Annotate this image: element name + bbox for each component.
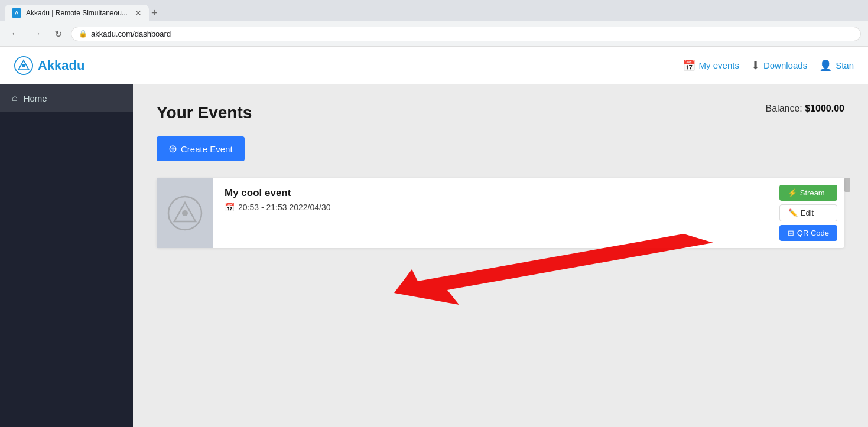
main-content: Your Events Balance: $1000.00 ⊕ Create E… xyxy=(133,84,868,427)
downloads-nav-item[interactable]: ⬇ Downloads xyxy=(751,59,807,72)
logo[interactable]: Akkadu xyxy=(14,56,84,75)
tab-close-button[interactable]: ✕ xyxy=(135,8,142,18)
new-tab-button[interactable]: + xyxy=(151,7,158,19)
downloads-label: Downloads xyxy=(763,60,807,70)
active-tab[interactable]: A Akkadu | Remote Simultaneou... ✕ xyxy=(5,5,149,21)
logo-icon xyxy=(14,56,33,75)
event-time-text: 20:53 - 21:53 2022/04/30 xyxy=(238,203,330,212)
qr-label: QR Code xyxy=(797,229,829,237)
page-header: Your Events Balance: $1000.00 xyxy=(157,103,844,122)
balance-value: $1000.00 xyxy=(805,103,844,113)
create-event-button[interactable]: ⊕ Create Event xyxy=(157,136,245,161)
logo-text: Akkadu xyxy=(38,58,84,73)
create-event-label: Create Event xyxy=(181,144,233,154)
tab-bar: A Akkadu | Remote Simultaneou... ✕ + xyxy=(0,0,868,21)
svg-point-2 xyxy=(22,64,25,67)
account-icon: 👤 xyxy=(819,59,832,72)
edit-label: Edit xyxy=(801,208,814,217)
my-events-label: My events xyxy=(699,60,739,70)
calendar-small-icon: 📅 xyxy=(225,203,235,212)
event-thumbnail xyxy=(157,178,213,248)
create-event-plus-icon: ⊕ xyxy=(168,142,177,155)
back-button[interactable]: ← xyxy=(7,25,24,42)
tab-favicon: A xyxy=(12,8,21,18)
url-text: akkadu.com/dashboard xyxy=(91,30,171,38)
event-actions: ⚡ Stream ✏️ Edit ⊞ QR Code xyxy=(772,178,844,248)
edit-button[interactable]: ✏️ Edit xyxy=(779,204,837,221)
sidebar-home-label: Home xyxy=(24,93,47,103)
qr-code-button[interactable]: ⊞ QR Code xyxy=(779,225,837,241)
lock-icon: 🔒 xyxy=(79,30,87,38)
browser-chrome: A Akkadu | Remote Simultaneou... ✕ + ← →… xyxy=(0,0,868,47)
sidebar: ⌂ Home xyxy=(0,84,133,427)
stream-button[interactable]: ⚡ Stream xyxy=(779,185,837,201)
stream-icon: ⚡ xyxy=(788,188,797,197)
sidebar-item-home[interactable]: ⌂ Home xyxy=(0,84,133,112)
events-area: My cool event 📅 20:53 - 21:53 2022/04/30… xyxy=(157,178,844,248)
calendar-icon: 📅 xyxy=(682,59,695,72)
balance-display: Balance: $1000.00 xyxy=(766,103,844,114)
app-header: Akkadu 📅 My events ⬇ Downloads 👤 Stan xyxy=(0,47,868,84)
app-body: ⌂ Home Your Events Balance: $1000.00 ⊕ C… xyxy=(0,84,868,427)
url-bar[interactable]: 🔒 akkadu.com/dashboard xyxy=(71,27,861,41)
header-nav: 📅 My events ⬇ Downloads 👤 Stan xyxy=(682,59,854,72)
forward-button[interactable]: → xyxy=(28,25,45,42)
event-thumb-logo xyxy=(167,195,203,231)
reload-button[interactable]: ↻ xyxy=(50,25,66,42)
address-bar: ← → ↻ 🔒 akkadu.com/dashboard xyxy=(0,21,868,46)
account-nav-item[interactable]: 👤 Stan xyxy=(819,59,854,72)
my-events-nav-item[interactable]: 📅 My events xyxy=(682,59,739,72)
event-card: My cool event 📅 20:53 - 21:53 2022/04/30… xyxy=(157,178,844,248)
event-info: My cool event 📅 20:53 - 21:53 2022/04/30 xyxy=(213,178,772,248)
event-time: 📅 20:53 - 21:53 2022/04/30 xyxy=(225,203,760,212)
svg-point-5 xyxy=(182,210,188,216)
event-name: My cool event xyxy=(225,187,760,199)
balance-label: Balance: xyxy=(766,103,802,113)
download-icon: ⬇ xyxy=(751,59,760,72)
qr-icon: ⊞ xyxy=(788,229,794,237)
tab-title: Akkadu | Remote Simultaneou... xyxy=(26,9,128,17)
home-icon: ⌂ xyxy=(12,93,18,103)
page-title: Your Events xyxy=(157,103,252,122)
account-label: Stan xyxy=(836,60,854,70)
stream-label: Stream xyxy=(800,188,825,197)
edit-icon: ✏️ xyxy=(788,208,798,217)
